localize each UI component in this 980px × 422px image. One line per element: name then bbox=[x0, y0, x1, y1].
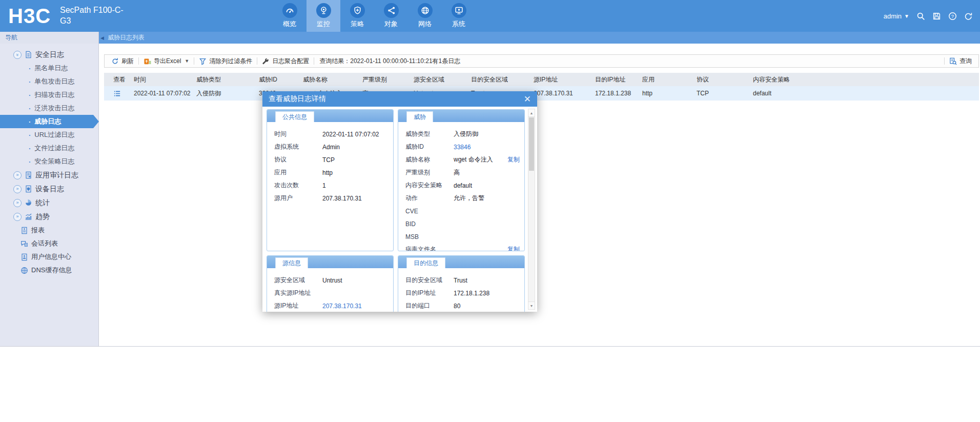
help-icon[interactable]: ? bbox=[948, 12, 957, 21]
detail-label: 威胁类型 bbox=[405, 130, 454, 138]
sidebar-group-label: 安全日志 bbox=[35, 50, 64, 59]
table-cell: 207.38.170.31 bbox=[530, 86, 592, 101]
expand-icon[interactable]: » bbox=[13, 185, 22, 193]
close-icon[interactable]: ✕ bbox=[524, 95, 531, 104]
sidebar-item-报表[interactable]: 报表 bbox=[0, 224, 98, 237]
detail-label: 应用 bbox=[274, 168, 322, 177]
detail-label: 源安全区域 bbox=[274, 276, 322, 285]
detail-row: 威胁类型入侵防御 bbox=[398, 128, 524, 140]
export-excel-button[interactable]: 导出Excel ▼ bbox=[139, 57, 194, 66]
scroll-up-icon[interactable]: ▲ bbox=[528, 109, 535, 117]
sidebar-item-扫描攻击日志[interactable]: ·扫描攻击日志 bbox=[0, 88, 98, 102]
column-header-查看[interactable]: 查看 bbox=[104, 73, 131, 86]
log-aggregation-label: 日志聚合配置 bbox=[272, 57, 309, 66]
sidebar-item-DNS缓存信息[interactable]: DNS缓存信息 bbox=[0, 264, 98, 277]
column-header-源IP地址[interactable]: 源IP地址 bbox=[530, 73, 592, 86]
column-header-目的IP地址[interactable]: 目的IP地址 bbox=[592, 73, 639, 86]
main-nav-item-策略[interactable]: 策略 bbox=[340, 0, 374, 32]
view-detail-button[interactable] bbox=[113, 90, 121, 97]
detail-value[interactable]: 33846 bbox=[454, 144, 471, 151]
collapse-sidebar-icon[interactable]: ◀ bbox=[100, 35, 104, 41]
query-button[interactable]: 查询 bbox=[945, 57, 976, 66]
column-header-源安全区域[interactable]: 源安全区域 bbox=[411, 73, 468, 86]
detail-row: 源用户207.38.170.31 bbox=[267, 192, 393, 205]
column-header-严重级别[interactable]: 严重级别 bbox=[359, 73, 411, 86]
collapse-icon[interactable]: » bbox=[13, 51, 22, 59]
shield-plus-icon bbox=[350, 3, 365, 18]
user-doc-icon bbox=[21, 253, 28, 261]
system-icon bbox=[452, 3, 466, 18]
column-header-威胁类型[interactable]: 威胁类型 bbox=[193, 73, 256, 86]
sidebar-item-威胁日志[interactable]: ·威胁日志 bbox=[0, 115, 99, 128]
column-header-威胁名称[interactable]: 威胁名称 bbox=[300, 73, 359, 86]
copy-link[interactable]: 复制 bbox=[507, 245, 520, 251]
column-header-威胁ID[interactable]: 威胁ID bbox=[256, 73, 300, 86]
detail-label: 严重级别 bbox=[405, 168, 454, 177]
sidebar-item-会话列表[interactable]: 会话列表 bbox=[0, 237, 98, 250]
column-header-内容安全策略[interactable]: 内容安全策略 bbox=[750, 73, 979, 86]
column-header-目的安全区域[interactable]: 目的安全区域 bbox=[468, 73, 530, 86]
session-chat-icon bbox=[21, 240, 28, 248]
bullet-icon: · bbox=[29, 91, 31, 99]
refresh-label: 刷新 bbox=[121, 57, 134, 66]
expand-icon[interactable]: » bbox=[13, 171, 22, 179]
dns-globe-icon bbox=[21, 267, 28, 274]
save-icon[interactable] bbox=[932, 12, 941, 21]
table-header-row: 查看时间威胁类型威胁ID威胁名称严重级别源安全区域目的安全区域源IP地址目的IP… bbox=[104, 73, 979, 86]
sidebar-item-统计[interactable]: »统计 bbox=[0, 196, 98, 210]
sidebar-item-URL过滤日志[interactable]: ·URL过滤日志 bbox=[0, 128, 98, 142]
main-nav-item-网络[interactable]: 网络 bbox=[408, 0, 442, 32]
expand-icon[interactable]: » bbox=[13, 199, 22, 207]
column-header-应用[interactable]: 应用 bbox=[639, 73, 693, 86]
sidebar-item-设备日志[interactable]: »设备日志 bbox=[0, 182, 98, 196]
globe-icon bbox=[418, 3, 433, 18]
clear-filter-button[interactable]: 清除列过滤条件 bbox=[194, 57, 257, 66]
sidebar-item-用户信息中心[interactable]: 用户信息中心 bbox=[0, 250, 98, 264]
copy-link[interactable]: 复制 bbox=[507, 155, 520, 164]
sidebar-item-趋势[interactable]: »趋势 bbox=[0, 210, 98, 224]
dialog-scrollbar[interactable]: ▲ ▼ bbox=[528, 109, 535, 310]
sidebar-item-应用审计日志[interactable]: »应用审计日志 bbox=[0, 168, 98, 182]
panel-header: 源信息 bbox=[267, 256, 393, 268]
main-nav-item-对象[interactable]: 对象 bbox=[374, 0, 408, 32]
detail-row: CVE bbox=[398, 205, 524, 217]
scrollbar-thumb[interactable] bbox=[529, 117, 534, 171]
main-nav-item-监控[interactable]: 监控 bbox=[307, 0, 340, 32]
refresh-button[interactable]: 刷新 bbox=[107, 57, 138, 66]
expand-icon[interactable]: » bbox=[13, 213, 22, 221]
bullet-icon: · bbox=[29, 118, 31, 126]
detail-label: 攻击次数 bbox=[274, 181, 322, 190]
pie-chart-icon bbox=[25, 199, 32, 207]
toolbar-right: 查询 bbox=[944, 57, 976, 66]
sidebar-item-单包攻击日志[interactable]: ·单包攻击日志 bbox=[0, 75, 98, 88]
sidebar-item-label: URL过滤日志 bbox=[34, 130, 74, 139]
logout-icon[interactable] bbox=[964, 12, 973, 21]
log-aggregation-button[interactable]: 日志聚合配置 bbox=[257, 57, 314, 66]
bullet-icon: · bbox=[29, 131, 31, 139]
detail-value: 207.38.170.31 bbox=[322, 195, 362, 202]
sidebar-item-黑名单日志[interactable]: ·黑名单日志 bbox=[0, 62, 98, 75]
column-header-协议[interactable]: 协议 bbox=[693, 73, 750, 86]
search-icon[interactable] bbox=[916, 12, 925, 21]
sidebar-item-label: 黑名单日志 bbox=[34, 64, 68, 73]
refresh-icon bbox=[111, 57, 119, 65]
sidebar-item-安全策略日志[interactable]: ·安全策略日志 bbox=[0, 155, 98, 168]
sidebar-item-安全日志[interactable]: »安全日志 bbox=[0, 48, 98, 62]
page-tab[interactable]: 威胁日志列表 bbox=[108, 33, 145, 42]
sidebar-item-泛洪攻击日志[interactable]: ·泛洪攻击日志 bbox=[0, 102, 98, 115]
user-menu[interactable]: admin ▼ bbox=[884, 12, 909, 20]
detail-row: 目的安全区域Trust bbox=[398, 274, 524, 287]
detail-row: 真实源IP地址 bbox=[267, 287, 393, 299]
detail-label: 目的IP地址 bbox=[405, 289, 454, 297]
detail-value[interactable]: 207.38.170.31 bbox=[322, 303, 362, 310]
panel-header: 威胁 bbox=[398, 110, 524, 122]
scroll-down-icon[interactable]: ▼ bbox=[528, 302, 535, 309]
log-doc-icon bbox=[25, 51, 32, 58]
detail-label: 协议 bbox=[274, 155, 322, 164]
sub-bar: 导航 ◀ 威胁日志列表 bbox=[0, 32, 980, 44]
column-header-时间[interactable]: 时间 bbox=[131, 73, 193, 86]
sidebar-item-文件过滤日志[interactable]: ·文件过滤日志 bbox=[0, 142, 98, 155]
main-nav-item-系统[interactable]: 系统 bbox=[442, 0, 476, 32]
panel-tab: 源信息 bbox=[275, 257, 308, 268]
main-nav-item-概览[interactable]: 概览 bbox=[273, 0, 307, 32]
